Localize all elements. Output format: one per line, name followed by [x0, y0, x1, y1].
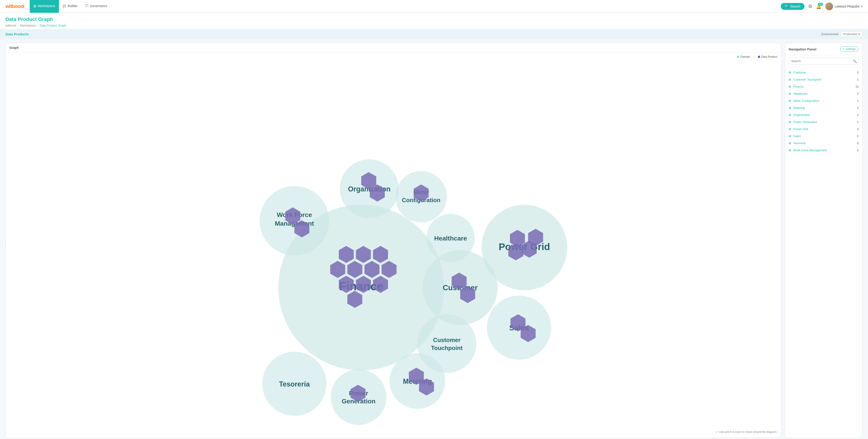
domain-name: Customer Touchpoint	[793, 78, 855, 81]
domain-count: 1	[857, 121, 859, 124]
graph-title: Graph	[9, 46, 19, 49]
domain-dot	[789, 135, 791, 137]
search-button[interactable]: 🔍 Search	[781, 3, 804, 10]
domain-dot	[789, 121, 791, 123]
search-button-label: Search	[790, 5, 800, 8]
domain-count: 0	[857, 92, 859, 95]
nav-panel-header: Navigation Panel ≡ Settings	[785, 43, 862, 55]
graph-hint-text: Use pinch & zoom to move around the diag…	[719, 430, 777, 434]
nav-builder[interactable]: ⟨/⟩ Builder	[59, 0, 81, 13]
env-value: Production	[843, 32, 858, 36]
breadcrumb-area: Data Product Graph witboost / Marketplac…	[0, 13, 868, 29]
domain-count: 2	[857, 71, 859, 74]
graph-legend: Domain | Data Product	[737, 55, 777, 59]
domain-count: 11	[856, 85, 859, 88]
legend-domain: Domain	[737, 55, 750, 59]
nav-marketplace[interactable]: ⊞ Marketplace	[30, 0, 59, 13]
domain-list-item[interactable]: Work Force Management 2	[785, 147, 862, 154]
domain-list-item[interactable]: Tesoreria 0	[785, 140, 862, 147]
nav-governance[interactable]: 🛡 Governance	[81, 0, 111, 13]
resize-handle[interactable]: ⋮	[6, 243, 8, 247]
domain-count: 2	[857, 149, 859, 152]
domain-list: Customer 2 Customer Touchpoint 1 Finance…	[785, 67, 862, 438]
domain-list-item[interactable]: Healthcare 0	[785, 90, 862, 97]
page-title: Data Product Graph	[5, 16, 863, 22]
legend-sep: |	[753, 55, 754, 59]
domain-dot	[789, 142, 791, 144]
nav-search-input[interactable]	[789, 58, 859, 65]
domain-customertouchpoint-label2: Touchpoint	[431, 345, 463, 351]
domain-dot	[789, 149, 791, 151]
domain-dot	[789, 71, 791, 74]
domain-name: Tesoreria	[793, 141, 855, 145]
settings-button[interactable]: ⚙	[808, 4, 812, 9]
domain-name: Healthcare	[793, 92, 855, 95]
domain-dot	[789, 100, 791, 102]
domain-healthcare-label: Healthcare	[434, 235, 467, 242]
logo-text: witboost	[5, 3, 24, 9]
graph-panel-header: Graph	[6, 43, 781, 53]
domain-count: 1	[857, 99, 859, 102]
breadcrumb-sep-1: /	[18, 24, 19, 27]
domain-name: Customer	[793, 71, 855, 74]
notifications-button[interactable]: 🔔 14	[816, 4, 822, 9]
nav-panel: Navigation Panel ≡ Settings 🔍 Customer 2…	[785, 43, 863, 438]
domain-name: Finance	[793, 85, 854, 88]
domain-name: Metering	[793, 106, 855, 109]
nav-panel-title: Navigation Panel	[789, 47, 816, 51]
domain-name: Power Generation	[793, 120, 855, 124]
domain-count: 4	[857, 128, 859, 131]
env-chevron-icon: ▾	[859, 32, 860, 36]
toolbar: Data Products Environment: Production ▾	[0, 29, 868, 39]
graph-panel: Graph Domain | Data Product Fina	[5, 43, 781, 438]
domain-name: Work Force Management	[793, 148, 855, 152]
governance-icon: 🛡	[85, 4, 89, 8]
domain-list-item[interactable]: Power Generation 1	[785, 119, 862, 126]
logo[interactable]: witboost	[5, 3, 24, 9]
domain-tesoreria-label: Tesoreria	[279, 380, 310, 388]
nav-settings-button[interactable]: ≡ Settings	[840, 46, 859, 52]
domain-list-item[interactable]: Customer 2	[785, 69, 862, 76]
chevron-down-icon: ▾	[861, 5, 863, 8]
legend-dataproduct-label: Data Product	[761, 55, 777, 59]
legend-dataproduct-dot	[758, 56, 760, 58]
search-wrap: 🔍	[789, 58, 859, 65]
domain-customertouchpoint-label: Customer	[433, 337, 461, 343]
domain-dot	[789, 114, 791, 116]
avatar	[825, 2, 833, 10]
user-menu[interactable]: Lorenzo Pirazzini ▾	[825, 2, 863, 10]
graph-area[interactable]: Domain | Data Product Finance Customer	[6, 53, 781, 437]
domain-count: 0	[857, 142, 859, 145]
search-icon: 🔍	[785, 5, 789, 8]
legend-domain-label: Domain	[740, 55, 750, 59]
domain-dot	[789, 107, 791, 109]
domain-list-item[interactable]: Organization 2	[785, 111, 862, 119]
domain-dot	[789, 86, 791, 88]
domain-count: 2	[857, 113, 859, 116]
domain-dot	[789, 78, 791, 81]
domain-list-item[interactable]: Meter Configuration 1	[785, 97, 862, 104]
breadcrumb-home[interactable]: witboost	[5, 24, 17, 27]
graph-hint: ⤢ Use pinch & zoom to move around the di…	[716, 430, 777, 434]
header-right: 🔍 Search ⚙ 🔔 14 Lorenzo Pirazzini ▾	[781, 2, 863, 10]
env-dropdown[interactable]: Production ▾	[841, 31, 863, 37]
breadcrumb-marketplace[interactable]: Marketplace	[20, 24, 36, 27]
domain-list-item[interactable]: Power Grid 4	[785, 126, 862, 133]
domain-list-item[interactable]: Metering 2	[785, 104, 862, 111]
user-name: Lorenzo Pirazzini	[835, 5, 859, 8]
graph-svg[interactable]: Finance Customer Power Grid Customer Tou…	[6, 53, 781, 437]
breadcrumb: witboost / Marketplace / Data Product Gr…	[5, 24, 863, 27]
env-label: Environment:	[822, 32, 839, 36]
domain-name: Power Grid	[793, 127, 855, 131]
main-content: Graph Domain | Data Product Fina	[0, 39, 868, 439]
breadcrumb-current: Data Product Graph	[40, 24, 66, 27]
domain-list-item[interactable]: Finance 11	[785, 83, 862, 90]
toolbar-label: Data Products	[5, 32, 29, 36]
main-header: witboost ⊞ Marketplace ⟨/⟩ Builder 🛡 Gov…	[0, 0, 868, 13]
nav-builder-label: Builder	[68, 4, 78, 8]
domain-list-item[interactable]: Sales 2	[785, 133, 862, 140]
domain-count: 2	[857, 106, 859, 109]
legend-dataproduct: Data Product	[758, 55, 777, 59]
domain-list-item[interactable]: Customer Touchpoint 1	[785, 76, 862, 83]
expand-icon: ⤢	[716, 430, 718, 434]
